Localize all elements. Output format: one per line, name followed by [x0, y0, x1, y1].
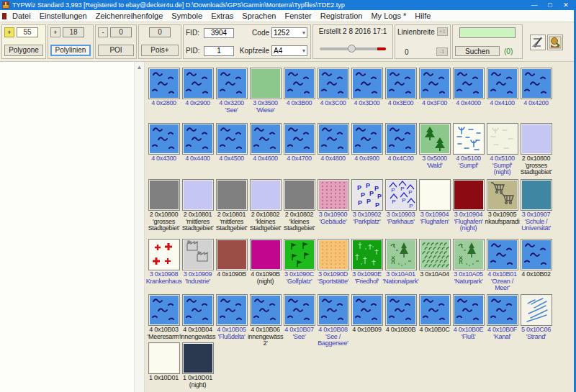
- poi-button[interactable]: POI: [98, 45, 134, 56]
- polygon-tile-cell: 3 0x10908Krankenhaus: [148, 239, 182, 294]
- fid-input[interactable]: [204, 28, 234, 38]
- polygon-tile[interactable]: [351, 68, 383, 99]
- polygon-tile[interactable]: [216, 179, 248, 211]
- polygon-tile[interactable]: [318, 294, 349, 326]
- polygon-tile[interactable]: [487, 179, 518, 211]
- polygon-tile[interactable]: [284, 294, 315, 326]
- polygon-tile[interactable]: [487, 123, 518, 155]
- menu-item-sprachen[interactable]: Sprachen: [238, 12, 280, 20]
- polygon-tile[interactable]: [250, 123, 282, 155]
- polygon-tile[interactable]: [250, 294, 282, 326]
- polygon-tile[interactable]: [318, 68, 349, 99]
- polygon-tile[interactable]: [351, 294, 383, 326]
- polygon-tile[interactable]: [453, 294, 485, 326]
- polygon-tile[interactable]: [419, 68, 451, 99]
- menu-item-datei[interactable]: Datei: [8, 12, 35, 20]
- menu-item-hilfe[interactable]: Hilfe: [410, 12, 435, 20]
- polylinien-button[interactable]: Polylinien: [50, 45, 91, 56]
- polygon-tile[interactable]: PPPPPPPPP: [351, 179, 383, 211]
- polygon-tile[interactable]: [419, 179, 451, 211]
- slider-thumb[interactable]: [348, 45, 356, 53]
- pid-input[interactable]: [204, 46, 234, 56]
- polygon-tile[interactable]: [148, 179, 180, 211]
- maximize-button[interactable]: □: [542, 0, 558, 10]
- polygon-tile[interactable]: [284, 179, 315, 211]
- scroll-up-icon[interactable]: ▲: [137, 64, 143, 70]
- polygon-tile[interactable]: [318, 239, 349, 270]
- menu-item-my-logs[interactable]: My Logs *: [366, 12, 410, 20]
- linewidth-increase-button[interactable]: +1: [437, 27, 448, 36]
- polygon-tile[interactable]: [521, 123, 552, 155]
- polygon-tile[interactable]: [521, 68, 552, 99]
- polyline-add-button[interactable]: +: [50, 27, 60, 37]
- polygon-tile[interactable]: [148, 123, 180, 155]
- polygon-tile[interactable]: [487, 294, 518, 326]
- polygon-tile-cell: 3 0x5000'Wald': [419, 123, 453, 179]
- polygon-tile[interactable]: [385, 239, 417, 270]
- polygon-tile[interactable]: [521, 179, 552, 211]
- polygon-tile[interactable]: [148, 239, 180, 270]
- polygon-tile[interactable]: PPPPPP: [385, 179, 417, 211]
- polygon-tile[interactable]: [419, 239, 451, 270]
- polygon-tile[interactable]: [182, 342, 214, 374]
- search-input[interactable]: [459, 27, 516, 38]
- polygon-tile[interactable]: [250, 239, 282, 270]
- polygon-tile[interactable]: [182, 123, 214, 155]
- polygon-tile[interactable]: [318, 179, 349, 211]
- polygon-tile[interactable]: [284, 68, 315, 99]
- file-search-icon-button[interactable]: [547, 35, 563, 50]
- polygon-tile[interactable]: [284, 123, 315, 155]
- polygon-tile[interactable]: [148, 342, 180, 374]
- linewidth-value: 0: [397, 48, 409, 56]
- polygon-tile[interactable]: [216, 123, 248, 155]
- polygon-tile[interactable]: [250, 68, 282, 99]
- polygone-button[interactable]: Polygone: [4, 45, 43, 56]
- poi-remove-button[interactable]: -: [98, 27, 108, 37]
- menu-item-zeichenreihenfolge[interactable]: Zeichenreihenfolge: [91, 12, 168, 20]
- close-button[interactable]: ✕: [558, 0, 574, 10]
- polygon-tile[interactable]: [182, 68, 214, 99]
- polygon-tile[interactable]: [385, 68, 417, 99]
- polygon-tile[interactable]: [521, 239, 552, 270]
- polygon-tile[interactable]: [182, 179, 214, 211]
- menu-item-fenster[interactable]: Fenster: [280, 12, 315, 20]
- polygon-tile[interactable]: [487, 239, 518, 270]
- pois-plus-button[interactable]: Pois+: [141, 45, 179, 56]
- tile-row: 4 0x2800 4 0x2900 4 0x3200'See'3 0x3500'…: [148, 68, 574, 123]
- polygon-tile[interactable]: [216, 294, 248, 326]
- polygon-tile[interactable]: [148, 68, 180, 99]
- polygon-tile[interactable]: [385, 294, 417, 326]
- edit-pen-icon-button[interactable]: [530, 35, 546, 50]
- polygon-tile[interactable]: [250, 179, 282, 211]
- vertical-scrollbar[interactable]: ▲: [135, 62, 145, 392]
- slider-track[interactable]: [320, 47, 386, 50]
- polygon-tile[interactable]: [453, 239, 485, 270]
- search-button[interactable]: Suchen: [455, 46, 500, 56]
- polygon-tile[interactable]: [351, 239, 383, 270]
- polygon-add-button[interactable]: +: [4, 27, 14, 37]
- minimize-button[interactable]: —: [526, 0, 542, 10]
- polygon-tile[interactable]: [385, 123, 417, 155]
- linewidth-decrease-button[interactable]: -1: [436, 47, 448, 56]
- menu-item-symbole[interactable]: Symbole: [167, 12, 207, 20]
- polygon-tile[interactable]: [216, 68, 248, 99]
- polygon-tile[interactable]: [453, 123, 485, 155]
- menu-item-extras[interactable]: Extras: [207, 12, 238, 20]
- polygon-tile[interactable]: [318, 123, 349, 155]
- polygon-tile[interactable]: [487, 68, 518, 99]
- polygon-tile[interactable]: [182, 294, 214, 326]
- menu-item-registration[interactable]: Registration: [316, 12, 367, 20]
- polygon-tile[interactable]: [284, 239, 315, 270]
- polygon-tile[interactable]: [419, 123, 451, 155]
- polygon-tile[interactable]: [453, 179, 485, 211]
- polygon-tile[interactable]: [148, 294, 180, 326]
- polygon-tile[interactable]: [419, 294, 451, 326]
- polygon-tile[interactable]: [453, 68, 485, 99]
- polygon-tile[interactable]: [182, 239, 214, 270]
- menu-item-einstellungen[interactable]: Einstellungen: [35, 12, 91, 20]
- polygon-tile[interactable]: [521, 294, 552, 326]
- kopfzeile-select[interactable]: A4▾: [271, 45, 307, 56]
- polygon-tile[interactable]: [216, 239, 248, 270]
- code-select[interactable]: 1252▾: [271, 27, 307, 38]
- polygon-tile[interactable]: [351, 123, 383, 155]
